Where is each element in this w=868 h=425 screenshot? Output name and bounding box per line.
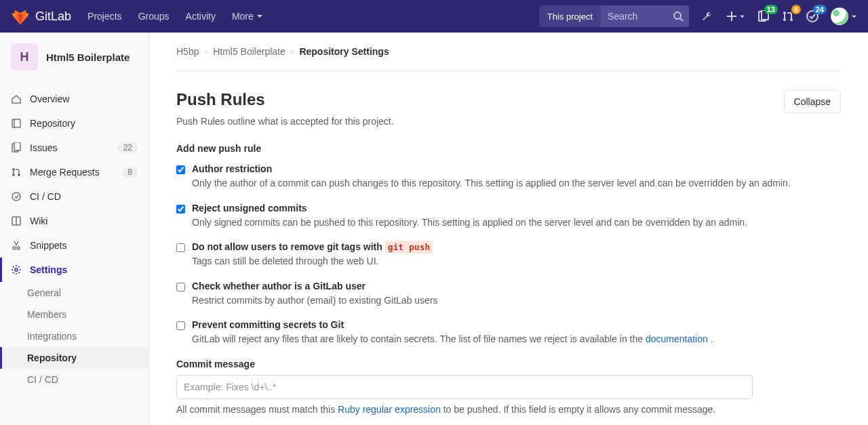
svg-point-18 <box>15 268 18 271</box>
svg-point-12 <box>12 168 15 171</box>
sidebar-item-label: Settings <box>30 264 67 275</box>
rule-title: Reject unsigned commits <box>192 203 747 214</box>
push-rule: Check whether author is a GitLab user Re… <box>176 281 841 308</box>
sidebar-item-label: CI / CD <box>30 191 61 202</box>
sidebar-item-ci-cd[interactable]: CI / CD <box>0 184 149 209</box>
snippets-icon <box>11 240 22 251</box>
home-icon <box>11 94 22 104</box>
project-avatar: H <box>11 43 38 70</box>
nav-activity[interactable]: Activity <box>186 11 216 22</box>
svg-point-0 <box>674 12 681 19</box>
cicd-icon <box>11 191 22 202</box>
sidebar-item-label: Merge Requests <box>30 167 100 178</box>
top-nav: GitLab Projects Groups Activity More Thi… <box>0 0 868 33</box>
issues-badge: 13 <box>764 5 778 14</box>
plus-icon <box>726 10 738 22</box>
section-title: Push Rules <box>176 90 394 109</box>
sidebar-item-label: Snippets <box>30 240 66 251</box>
sidebar-item-merge-requests[interactable]: Merge Requests8 <box>0 160 149 184</box>
search-group: This project <box>539 5 689 27</box>
todos-counter[interactable]: 24 <box>806 10 818 22</box>
sidebar-item-wiki[interactable]: Wiki <box>0 209 149 233</box>
push-rule: Reject unsigned commits Only signed comm… <box>176 203 841 230</box>
todos-badge: 24 <box>813 5 827 14</box>
sidebar-item-overview[interactable]: Overview <box>0 87 149 111</box>
breadcrumbs: H5bp › Html5 Boilerplate › Repository Se… <box>176 33 841 71</box>
svg-rect-8 <box>12 119 20 127</box>
sidebar-sub-ci-cd[interactable]: CI / CD <box>0 369 149 390</box>
top-icons: 13 8 24 <box>701 7 857 25</box>
brand-name[interactable]: GitLab <box>35 9 71 24</box>
mr-counter[interactable]: 8 <box>782 10 794 22</box>
new-dropdown-button[interactable] <box>726 10 745 22</box>
add-rule-label: Add new push rule <box>176 143 841 154</box>
breadcrumb-0[interactable]: H5bp <box>176 46 199 57</box>
sidebar-item-repository[interactable]: Repository <box>0 111 149 136</box>
wiki-icon <box>11 216 22 226</box>
sidebar-item-label: Repository <box>30 118 75 129</box>
sidebar: H Html5 Boilerplate OverviewRepositoryIs… <box>0 33 149 425</box>
sidebar-item-label: Overview <box>30 94 69 104</box>
issues-icon <box>11 142 22 153</box>
search-scope[interactable]: This project <box>539 5 601 27</box>
mr-badge: 8 <box>791 5 801 14</box>
rule-title: Do not allow users to remove git tags wi… <box>192 241 433 252</box>
sidebar-badge: 22 <box>118 142 138 153</box>
rule-desc: Tags can still be deleted through the we… <box>192 255 433 268</box>
nav-more[interactable]: More <box>232 11 263 22</box>
breadcrumb-2[interactable]: Repository Settings <box>299 46 389 57</box>
sidebar-item-issues[interactable]: Issues22 <box>0 136 149 160</box>
section-desc: Push Rules outline what is accepted for … <box>176 116 394 127</box>
admin-wrench-button[interactable] <box>701 10 713 22</box>
chevron-down-icon <box>739 14 745 20</box>
svg-point-5 <box>783 18 786 21</box>
rule-title: Check whether author is a GitLab user <box>192 281 438 291</box>
commit-message-help: All commit messages must match this Ruby… <box>176 403 753 417</box>
breadcrumb-1[interactable]: Html5 Boilerplate <box>213 46 285 57</box>
wrench-icon <box>701 10 713 22</box>
rule-checkbox-0[interactable] <box>176 165 185 174</box>
rule-checkbox-3[interactable] <box>176 283 185 291</box>
issues-counter[interactable]: 13 <box>757 10 770 22</box>
main-content: H5bp › Html5 Boilerplate › Repository Se… <box>149 33 868 425</box>
rule-title: Prevent committing secrets to Git <box>192 319 713 330</box>
svg-point-14 <box>18 174 20 176</box>
commit-message-label: Commit message <box>176 359 841 369</box>
sidebar-sub-members[interactable]: Members <box>0 304 149 325</box>
rule-desc: Only the author of a commit can push cha… <box>192 177 791 190</box>
nav-groups[interactable]: Groups <box>138 11 170 22</box>
mr-icon <box>11 167 22 178</box>
svg-point-4 <box>783 12 786 14</box>
svg-point-6 <box>790 18 793 21</box>
svg-point-13 <box>12 174 15 176</box>
collapse-button[interactable]: Collapse <box>784 90 841 113</box>
sidebar-sub-general[interactable]: General <box>0 282 149 304</box>
project-header[interactable]: H Html5 Boilerplate <box>0 33 149 81</box>
sidebar-sub-repository[interactable]: Repository <box>0 347 149 369</box>
chevron-down-icon <box>851 14 857 20</box>
ruby-regex-link[interactable]: Ruby regular expression <box>338 404 441 415</box>
settings-icon <box>11 264 22 275</box>
rule-desc: Only signed commits can be pushed to thi… <box>192 216 747 230</box>
sidebar-sub-integrations[interactable]: Integrations <box>0 325 149 347</box>
search-icon <box>673 11 684 22</box>
project-name: Html5 Boilerplate <box>46 52 130 63</box>
user-menu[interactable] <box>831 7 857 25</box>
commit-message-input[interactable] <box>176 375 753 399</box>
documentation-link[interactable]: documentation <box>646 333 708 344</box>
code-git-push: git push <box>385 241 433 254</box>
nav-projects[interactable]: Projects <box>87 11 122 22</box>
sidebar-item-settings[interactable]: Settings <box>0 258 149 282</box>
svg-line-1 <box>680 18 683 21</box>
sidebar-item-snippets[interactable]: Snippets <box>0 233 149 258</box>
sidebar-item-label: Wiki <box>30 216 47 226</box>
avatar <box>831 7 848 25</box>
rule-desc: Restrict commits by author (email) to ex… <box>192 294 438 308</box>
rule-checkbox-4[interactable] <box>176 321 185 330</box>
rule-checkbox-1[interactable] <box>176 205 185 214</box>
nav-links: Projects Groups Activity More <box>87 11 263 22</box>
rule-checkbox-2[interactable] <box>176 243 185 252</box>
sidebar-badge: 8 <box>122 167 138 178</box>
gitlab-logo-icon <box>11 7 30 26</box>
push-rule: Do not allow users to remove git tags wi… <box>176 241 841 268</box>
